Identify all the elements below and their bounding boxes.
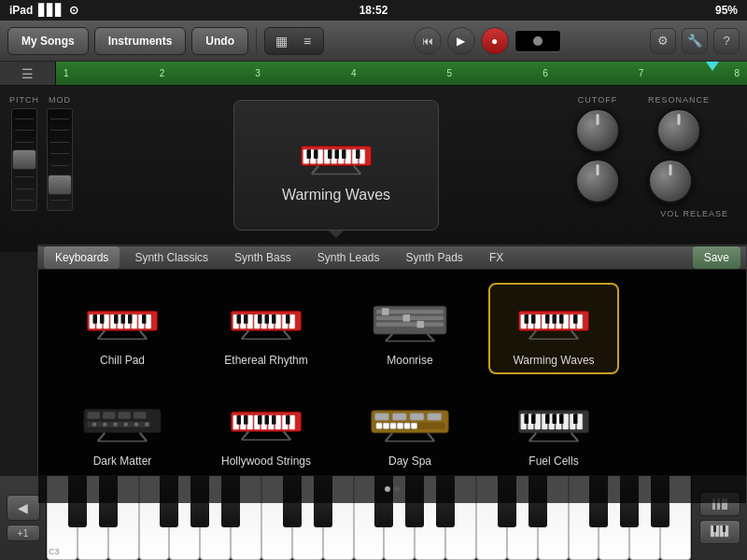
- my-songs-button[interactable]: My Songs: [7, 27, 89, 55]
- day-spa-icon: [368, 395, 452, 447]
- knob4-group: [648, 159, 693, 203]
- instruments-button[interactable]: Instruments: [94, 27, 187, 55]
- knob4[interactable]: [648, 159, 693, 203]
- mod-thumb[interactable]: [48, 175, 72, 195]
- preset-item-fuel-cells[interactable]: Fuel Cells: [488, 384, 619, 475]
- list-view-icon[interactable]: ≡: [295, 30, 319, 52]
- save-button[interactable]: Save: [693, 246, 740, 269]
- tab-synth-pads[interactable]: Synth Pads: [395, 246, 474, 269]
- cutoff-label: CUTOFF: [578, 95, 617, 105]
- svg-line-84: [571, 330, 579, 339]
- tab-synth-bass[interactable]: Synth Bass: [223, 246, 303, 269]
- s-line: [15, 176, 34, 177]
- ruler-mark-8: 8: [734, 68, 740, 78]
- moonrise-icon: [368, 294, 452, 346]
- s-line: [15, 200, 34, 201]
- svg-rect-31: [114, 315, 119, 324]
- svg-rect-113: [258, 415, 262, 425]
- vol-release-label: VOL RELEASE: [660, 209, 732, 218]
- mixer-icon[interactable]: ⚙: [650, 28, 676, 54]
- svg-line-36: [140, 330, 148, 339]
- svg-rect-122: [392, 413, 406, 421]
- play-button[interactable]: ▶: [447, 27, 475, 55]
- cutoff-knob[interactable]: [575, 108, 620, 153]
- s-line: [15, 130, 34, 131]
- nav-left-button[interactable]: ◀: [7, 495, 40, 521]
- preset-grid: Chill Pad: [38, 270, 746, 503]
- svg-rect-78: [531, 315, 536, 324]
- record-button[interactable]: ●: [481, 27, 509, 55]
- grid-view-icon[interactable]: ▦: [269, 30, 293, 52]
- pitch-thumb[interactable]: [12, 149, 36, 170]
- preset-row-1: Chill Pad: [57, 283, 727, 374]
- svg-rect-80: [553, 315, 557, 324]
- preset-item-warming-waves[interactable]: Warming Waves: [488, 283, 619, 374]
- svg-rect-88: [103, 412, 116, 419]
- svg-rect-45: [275, 315, 281, 329]
- resonance-knob-group: RESONANCE: [648, 95, 710, 153]
- svg-rect-62: [403, 315, 411, 322]
- s-line: [15, 142, 34, 143]
- svg-line-35: [98, 330, 106, 339]
- bottom-knobs-row: [575, 159, 732, 203]
- svg-line-54: [242, 330, 249, 339]
- display-triangle: [329, 231, 344, 238]
- help-icon[interactable]: ?: [713, 28, 740, 54]
- tab-keyboards[interactable]: Keyboards: [44, 246, 120, 269]
- resonance-knob[interactable]: [656, 108, 701, 153]
- undo-button[interactable]: Undo: [191, 27, 248, 55]
- svg-point-93: [103, 423, 107, 427]
- device-label: iPad: [9, 4, 33, 17]
- tab-fx[interactable]: FX: [478, 246, 514, 269]
- svg-rect-110: [289, 415, 295, 429]
- mod-slider[interactable]: [47, 108, 73, 211]
- keyboard-icon-button[interactable]: [699, 520, 740, 544]
- s-line: [15, 119, 34, 119]
- octave-plus-button[interactable]: +1: [7, 525, 40, 541]
- preset-icon-wrap-ethereal-rhythm: [219, 290, 313, 350]
- transport-controls: ⏮ ▶ ●: [414, 27, 561, 55]
- preset-item-moonrise[interactable]: Moonrise: [345, 283, 475, 374]
- svg-rect-131: [412, 423, 417, 428]
- svg-line-83: [529, 330, 537, 339]
- preset-icon-wrap-moonrise: [363, 290, 457, 350]
- svg-rect-108: [275, 415, 281, 429]
- tab-synth-classics[interactable]: Synth Classics: [123, 246, 219, 269]
- svg-rect-150: [573, 414, 578, 425]
- track-header-bar: ☰ 1 2 3 4 5 6 7 8: [0, 62, 747, 86]
- svg-point-96: [134, 423, 139, 427]
- wrench-icon[interactable]: 🔧: [682, 28, 708, 54]
- preset-icon-wrap-dark-matter: [76, 391, 169, 451]
- preset-item-dark-matter[interactable]: Dark Matter: [57, 384, 188, 475]
- preset-icon-wrap-fuel-cells: [507, 391, 600, 451]
- svg-line-17: [354, 166, 361, 175]
- preset-item-ethereal-rhythm[interactable]: Ethereal Rhythm: [201, 283, 331, 374]
- svg-rect-50: [258, 315, 262, 324]
- view-toggle-group: ▦ ≡: [264, 27, 324, 55]
- preset-item-chill-pad[interactable]: Chill Pad: [57, 283, 188, 374]
- track-icon: ☰: [21, 66, 34, 81]
- status-time: 18:52: [359, 4, 388, 17]
- ruler: 1 2 3 4 5 6 7 8: [56, 62, 747, 85]
- battery-label: 95%: [715, 4, 738, 17]
- svg-line-133: [428, 433, 435, 441]
- svg-rect-60: [376, 322, 444, 327]
- knob3[interactable]: [575, 159, 620, 203]
- rewind-button[interactable]: ⏮: [414, 27, 442, 55]
- svg-rect-61: [382, 308, 389, 315]
- preset-item-hollywood-strings[interactable]: Hollywood Strings: [201, 384, 331, 475]
- svg-rect-63: [417, 321, 425, 329]
- preset-name-chill-pad: Chill Pad: [100, 354, 145, 367]
- preset-item-day-spa[interactable]: Day Spa: [345, 384, 475, 475]
- tab-synth-leads[interactable]: Synth Leads: [306, 246, 391, 269]
- signal-icon: ▋▋▋: [38, 4, 63, 17]
- preset-icon-wrap-chill-pad: [76, 290, 169, 350]
- preset-name-ethereal-rhythm: Ethereal Rhythm: [224, 354, 307, 367]
- ruler-mark-2: 2: [160, 68, 165, 78]
- svg-rect-162: [713, 525, 716, 532]
- svg-point-97: [145, 423, 149, 427]
- dot-1: [385, 486, 390, 492]
- pitch-slider[interactable]: [11, 108, 37, 211]
- svg-rect-49: [244, 315, 248, 324]
- right-tools: ⚙ 🔧 ?: [650, 28, 740, 54]
